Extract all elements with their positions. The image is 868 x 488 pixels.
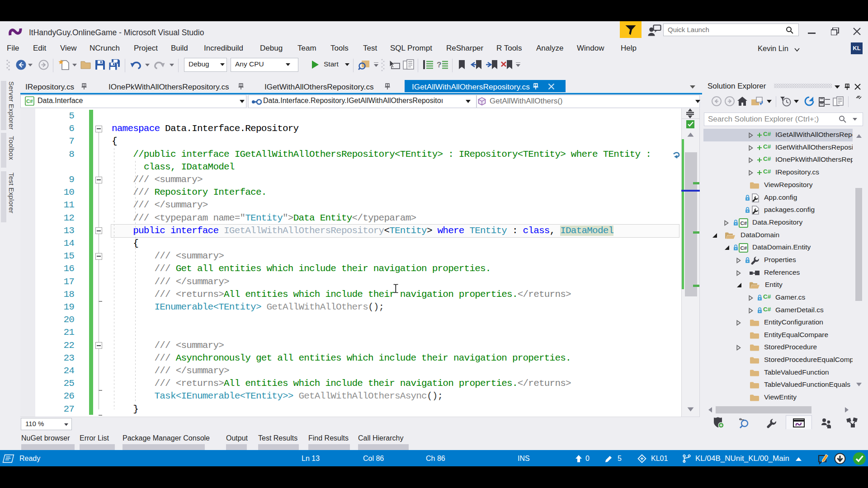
svg-text:C#: C# — [740, 221, 747, 226]
svg-text:?: ? — [437, 61, 441, 69]
svg-text:C#: C# — [740, 245, 747, 251]
svg-text:C#: C# — [26, 99, 33, 104]
